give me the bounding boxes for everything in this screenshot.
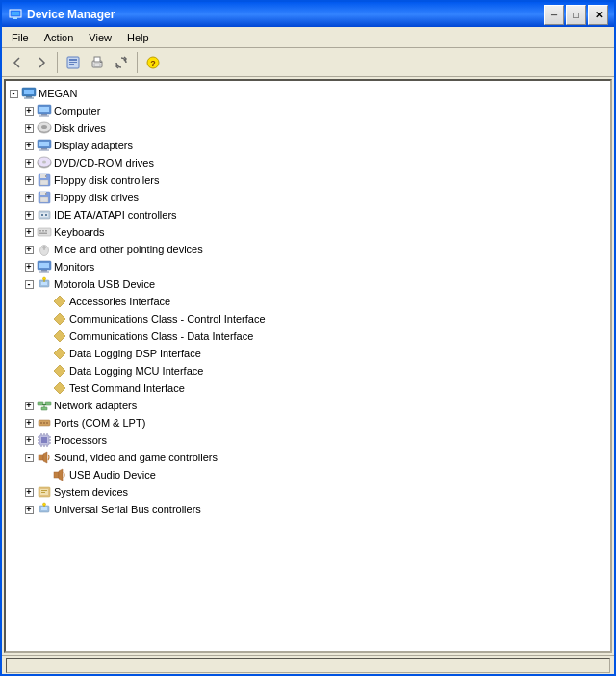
root-label: MEGAN (38, 88, 77, 99)
expander[interactable]: + (21, 224, 37, 240)
tree-item-label: DVD/CD-ROM drives (54, 157, 154, 169)
status-text (6, 658, 610, 673)
list-item[interactable]: + System devices (6, 483, 610, 501)
tree-item-label: System devices (54, 486, 128, 498)
svg-rect-52 (39, 263, 49, 268)
list-item[interactable]: + Keyboards (6, 223, 610, 241)
list-item[interactable]: + Monitors (6, 258, 610, 275)
floppy2-icon (37, 190, 52, 205)
help-button[interactable]: ? (141, 51, 165, 74)
menu-help[interactable]: Help (119, 28, 157, 47)
expander-spacer (37, 380, 52, 396)
print-button[interactable] (86, 51, 109, 74)
properties-button[interactable] (62, 51, 85, 74)
svg-point-96 (43, 503, 46, 506)
expander[interactable]: + (21, 242, 37, 257)
expander[interactable]: + (21, 484, 37, 500)
tree-item-label: Data Logging DSP Interface (69, 348, 201, 359)
root-node[interactable]: - MEGAN (6, 85, 610, 102)
svg-marker-64 (54, 382, 65, 394)
menu-view[interactable]: View (81, 28, 119, 47)
back-button[interactable] (6, 51, 29, 74)
list-item[interactable]: + Floppy disk drives (6, 189, 610, 206)
list-item[interactable]: + (6, 431, 610, 449)
svg-point-30 (42, 161, 46, 164)
toolbar: ? (2, 48, 614, 77)
expander[interactable]: + (21, 155, 37, 170)
list-item[interactable]: Test Command Interface (6, 379, 610, 397)
sound-icon (37, 450, 52, 465)
expander[interactable]: + (21, 172, 37, 188)
svg-rect-95 (41, 507, 47, 510)
svg-point-71 (40, 422, 42, 424)
tree-item-label: Keyboards (54, 226, 105, 238)
motorola-expander[interactable]: - (21, 276, 37, 292)
list-item[interactable]: USB Audio Device (6, 466, 610, 483)
tree-item-label: USB Audio Device (69, 469, 156, 481)
sound-expander[interactable]: - (21, 450, 37, 465)
tree-item-label: Communications Class - Data Interface (69, 330, 253, 342)
display-icon (37, 138, 52, 153)
app-icon (8, 7, 23, 22)
list-item[interactable]: + IDE ATA/ATAPI controllers (6, 206, 610, 223)
list-item[interactable]: + Display adapters (6, 137, 610, 154)
svg-rect-20 (39, 116, 49, 117)
expander[interactable]: + (21, 502, 37, 517)
list-item[interactable]: + DVD/CD-ROM drives (6, 154, 610, 171)
tree-item-label: Computer (54, 105, 100, 117)
expander[interactable]: + (21, 120, 37, 136)
refresh-button[interactable] (110, 51, 133, 74)
list-item[interactable]: + Computer (6, 102, 610, 119)
expander[interactable]: + (21, 398, 37, 413)
svg-rect-38 (40, 197, 48, 202)
list-item[interactable]: + Ports (COM & LPT) (6, 414, 610, 431)
maximize-button[interactable]: □ (566, 5, 586, 25)
expander[interactable]: + (21, 138, 37, 153)
svg-rect-27 (39, 150, 49, 151)
list-item[interactable]: + Universal Serial Bus controllers (6, 501, 610, 518)
expander[interactable]: + (21, 259, 37, 274)
list-item[interactable]: + Floppy disk controllers (6, 171, 610, 189)
list-item[interactable]: - Sound, video and game controllers (6, 449, 610, 466)
window-controls: ─ □ ✕ (544, 5, 608, 25)
list-item[interactable]: + Disk drives (6, 119, 610, 137)
cpu-icon (37, 432, 52, 448)
list-item[interactable]: Data Logging MCU Interface (6, 362, 610, 379)
list-item[interactable]: Accessories Interface (6, 293, 610, 310)
list-item[interactable]: Data Logging DSP Interface (6, 345, 610, 362)
list-item[interactable]: + Mice and other pointing devices (6, 241, 610, 258)
forward-button[interactable] (30, 51, 53, 74)
svg-rect-18 (39, 107, 49, 112)
expander[interactable]: + (21, 190, 37, 205)
svg-rect-15 (26, 96, 32, 98)
tree-view[interactable]: - MEGAN + (4, 79, 612, 653)
menu-file[interactable]: File (4, 28, 37, 47)
minimize-button[interactable]: ─ (544, 5, 564, 25)
expander[interactable]: + (21, 415, 37, 430)
expander[interactable]: + (21, 432, 37, 448)
usb-icon (37, 276, 52, 292)
root-expander[interactable]: - (6, 86, 21, 101)
svg-marker-60 (54, 313, 65, 325)
svg-rect-8 (94, 57, 100, 62)
expander-spacer (37, 346, 52, 361)
list-item[interactable]: Communications Class - Data Interface (6, 327, 610, 345)
list-item[interactable]: Communications Class - Control Interface (6, 310, 610, 327)
computer-expander[interactable]: + (21, 103, 37, 118)
tree-item-label: Monitors (54, 261, 94, 273)
svg-rect-2 (13, 17, 17, 19)
tree-item-label: Processors (54, 434, 107, 446)
diamond-icon (52, 311, 67, 326)
svg-rect-67 (42, 404, 46, 405)
tree-item-label: Motorola USB Device (54, 278, 155, 290)
tree-item-label: Data Logging MCU Interface (69, 365, 203, 377)
list-item[interactable]: - Motorola USB Device (6, 275, 610, 293)
svg-rect-42 (45, 214, 47, 216)
menu-action[interactable]: Action (37, 28, 82, 47)
expander[interactable]: + (21, 207, 37, 222)
device-manager-window: Device Manager ─ □ ✕ File Action View He… (0, 0, 616, 676)
svg-rect-88 (38, 455, 43, 460)
list-item[interactable]: + Network adapters (6, 397, 610, 414)
close-button[interactable]: ✕ (588, 5, 608, 25)
svg-marker-61 (54, 330, 65, 342)
